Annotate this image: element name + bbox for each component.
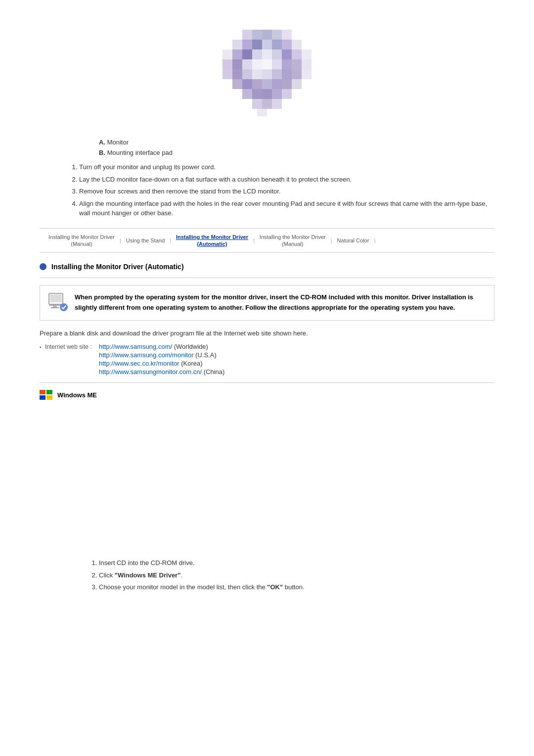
svg-rect-42	[262, 79, 272, 89]
svg-rect-61	[40, 390, 45, 394]
svg-rect-39	[232, 79, 242, 89]
svg-rect-36	[282, 69, 292, 79]
windows-me-row: Windows ME	[40, 390, 494, 400]
link-china: http://www.samsungmonitor.com.cn/ (China…	[99, 368, 224, 376]
label-section: A. Monitor B. Mounting interface pad	[99, 139, 494, 156]
svg-rect-19	[292, 49, 302, 59]
step-1: Turn off your monitor and unplug its pow…	[79, 162, 494, 172]
nav-item-installing-manual-2[interactable]: Installing the Monitor Driver(Manual)	[256, 233, 330, 249]
link-usa: http://www.samsung.com/monitor (U.S.A)	[99, 351, 224, 359]
svg-rect-13	[232, 49, 242, 59]
section-divider	[40, 278, 494, 278]
prepare-text: Prepare a blank disk and download the dr…	[40, 329, 494, 338]
svg-rect-32	[242, 69, 252, 79]
svg-rect-30	[222, 69, 232, 79]
link-usa-anchor[interactable]: http://www.samsung.com/monitor	[99, 351, 193, 359]
page-wrapper: A. Monitor B. Mounting interface pad Tur…	[0, 0, 534, 612]
svg-rect-10	[282, 40, 292, 49]
link-korea: http://www.sec.co.kr/monitor (Korea)	[99, 360, 224, 367]
svg-rect-23	[242, 59, 252, 69]
monitor-image	[203, 25, 331, 124]
internet-links: http://www.samsung.com/ (Worldwide) http…	[99, 343, 224, 376]
svg-rect-48	[262, 89, 272, 99]
nav-sep-2: |	[169, 237, 172, 243]
svg-rect-15	[252, 49, 262, 59]
svg-rect-16	[262, 49, 272, 59]
link-china-anchor[interactable]: http://www.samsungmonitor.com.cn/	[99, 368, 202, 376]
svg-rect-54	[257, 109, 267, 116]
svg-rect-50	[282, 89, 292, 99]
steps-list: Turn off your monitor and unplug its pow…	[69, 162, 494, 218]
step-2: Lay the LCD monitor face-down on a flat …	[79, 175, 494, 185]
nav-item-installing-manual-1[interactable]: Installing the Monitor Driver(Manual)	[44, 233, 119, 249]
svg-rect-41	[252, 79, 262, 89]
svg-rect-40	[242, 79, 252, 89]
svg-rect-20	[302, 49, 312, 59]
label-a: A. Monitor	[99, 139, 494, 146]
nav-item-natural-color[interactable]: Natural Color	[333, 236, 373, 245]
svg-rect-17	[272, 49, 282, 59]
svg-rect-34	[262, 69, 272, 79]
svg-rect-38	[302, 69, 312, 79]
svg-rect-5	[232, 40, 242, 49]
svg-rect-29	[302, 59, 312, 69]
svg-rect-27	[282, 59, 292, 69]
svg-rect-0	[242, 30, 252, 40]
svg-rect-46	[242, 89, 252, 99]
svg-rect-37	[292, 69, 302, 79]
steps-section: Turn off your monitor and unplug its pow…	[69, 162, 494, 218]
svg-rect-21	[222, 59, 232, 69]
image-container	[40, 25, 494, 124]
svg-rect-35	[272, 69, 282, 79]
svg-rect-44	[282, 79, 292, 89]
label-b: B. Mounting interface pad	[99, 149, 494, 156]
bottom-step-2: Click "Windows ME Driver".	[99, 570, 494, 580]
windows-me-icon	[40, 390, 53, 400]
svg-rect-59	[51, 307, 59, 308]
cd-rom-icon	[48, 292, 68, 312]
svg-rect-22	[232, 59, 242, 69]
svg-rect-62	[46, 390, 52, 394]
svg-rect-14	[242, 49, 252, 59]
svg-point-60	[60, 303, 68, 311]
bottom-step-1: Insert CD into the CD-ROM drive.	[99, 558, 494, 568]
section-title: Installing the Monitor Driver (Automatic…	[51, 263, 184, 271]
svg-rect-63	[40, 395, 45, 400]
nav-bar: Installing the Monitor Driver(Manual) | …	[40, 228, 494, 253]
nav-sep-1: |	[119, 237, 122, 243]
windows-me-label: Windows ME	[57, 391, 97, 399]
svg-rect-56	[50, 294, 62, 302]
bottom-step-3: Choose your monitor model in the model l…	[99, 582, 494, 592]
nav-sep-5: |	[373, 237, 376, 243]
svg-rect-11	[292, 40, 302, 49]
svg-rect-28	[292, 59, 302, 69]
nav-item-installing-automatic[interactable]: Installing the Monitor Driver(Automatic)	[172, 233, 252, 249]
svg-rect-33	[252, 69, 262, 79]
bullet-icon: ▪	[40, 344, 42, 350]
step-3: Remove four screws and then remove the s…	[79, 187, 494, 196]
nav-item-using-stand[interactable]: Using the Stand	[122, 236, 169, 245]
link-usa-suffix: (U.S.A)	[195, 351, 217, 359]
svg-rect-7	[252, 40, 262, 49]
svg-rect-51	[252, 99, 262, 109]
svg-rect-43	[272, 79, 282, 89]
svg-rect-12	[222, 49, 232, 59]
svg-rect-1	[252, 30, 262, 40]
svg-rect-2	[262, 30, 272, 40]
link-china-suffix: (China)	[204, 368, 225, 376]
info-box: When prompted by the operating system fo…	[40, 285, 494, 321]
svg-rect-26	[272, 59, 282, 69]
svg-rect-52	[262, 99, 272, 109]
svg-rect-18	[282, 49, 292, 59]
svg-rect-9	[272, 40, 282, 49]
bottom-divider	[40, 382, 494, 383]
nav-sep-3: |	[252, 237, 256, 243]
svg-rect-53	[272, 99, 282, 109]
step-4: Align the mounting interface pad with th…	[79, 199, 494, 218]
blue-dot-icon	[40, 263, 46, 270]
link-korea-suffix: (Korea)	[181, 360, 202, 367]
link-worldwide-suffix: (Worldwide)	[174, 343, 208, 350]
internet-label: ▪ Internet web site :	[40, 343, 94, 350]
link-korea-anchor[interactable]: http://www.sec.co.kr/monitor	[99, 360, 179, 367]
link-worldwide-anchor[interactable]: http://www.samsung.com/	[99, 343, 172, 350]
